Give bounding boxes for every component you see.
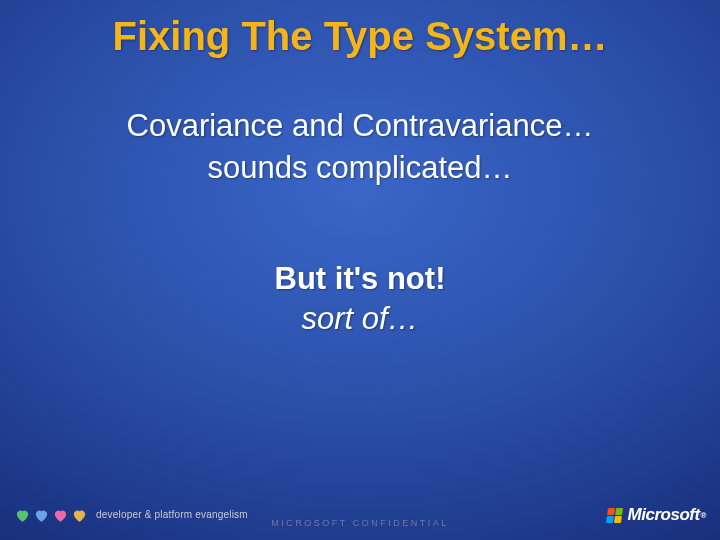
footer-left: developer & platform evangelism (14, 507, 248, 524)
heart-icon (52, 507, 69, 524)
heart-icon (33, 507, 50, 524)
footer-right: Microsoft ® (607, 505, 706, 525)
body-text-block: Covariance and Contravariance… sounds co… (0, 105, 720, 189)
confidential-label: MICROSOFT CONFIDENTIAL (271, 518, 448, 528)
footer: developer & platform evangelism MICROSOF… (0, 496, 720, 540)
body-line-2: sounds complicated… (0, 147, 720, 189)
microsoft-wordmark: Microsoft (628, 505, 700, 525)
windows-flag-icon (606, 508, 623, 523)
emphasis-block: But it's not! sort of… (0, 261, 720, 337)
dpe-heart-icons (14, 507, 88, 524)
dpe-label: developer & platform evangelism (96, 510, 248, 520)
body-line-1: Covariance and Contravariance… (0, 105, 720, 147)
emphasis-bold: But it's not! (0, 261, 720, 297)
microsoft-logo: Microsoft ® (607, 505, 706, 525)
slide-title: Fixing The Type System… (0, 0, 720, 59)
heart-icon (71, 507, 88, 524)
heart-icon (14, 507, 31, 524)
emphasis-italic: sort of… (0, 301, 720, 337)
registered-mark: ® (701, 511, 706, 520)
slide: Fixing The Type System… Covariance and C… (0, 0, 720, 540)
